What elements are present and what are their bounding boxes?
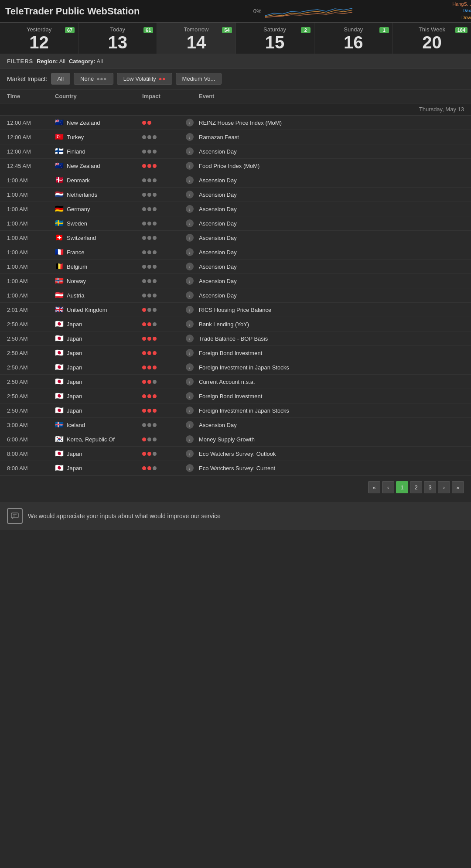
info-icon[interactable]: i <box>186 191 194 198</box>
page-last[interactable]: » <box>452 481 464 493</box>
table-row[interactable]: 6:00 AM 🇰🇷 Korea, Republic Of i Money Su… <box>0 432 471 447</box>
impact-dot <box>147 178 151 182</box>
feedback-bar[interactable]: We would appreciate your inputs about wh… <box>0 502 471 530</box>
info-icon[interactable]: i <box>186 205 194 213</box>
page-3[interactable]: 3 <box>424 481 436 493</box>
table-row[interactable]: 1:00 AM 🇳🇱 Netherlands i Ascension Day <box>0 188 471 202</box>
table-row[interactable]: 2:50 AM 🇯🇵 Japan i Current Account n.s.a… <box>0 375 471 389</box>
impact-btn-none[interactable]: None●●● <box>74 73 113 85</box>
table-row[interactable]: 8:00 AM 🇯🇵 Japan i Eco Watchers Survey: … <box>0 447 471 461</box>
dax-label: Dax <box>452 7 471 14</box>
impact-btn-all[interactable]: All <box>51 73 70 85</box>
table-row[interactable]: 12:00 AM 🇹🇷 Turkey i Ramazan Feast <box>0 130 471 144</box>
day-tab-yesterday[interactable]: Yesterday 12 67 <box>0 23 78 54</box>
country-name: Denmark <box>67 177 90 184</box>
col-impact: Impact <box>142 93 186 99</box>
impact-dot <box>153 394 157 398</box>
table-row[interactable]: 1:00 AM 🇩🇰 Denmark i Ascension Day <box>0 173 471 188</box>
table-row[interactable]: 1:00 AM 🇳🇴 Norway i Ascension Day <box>0 274 471 288</box>
table-row[interactable]: 1:00 AM 🇧🇪 Belgium i Ascension Day <box>0 260 471 274</box>
day-tab-today[interactable]: Today 13 61 <box>78 23 157 54</box>
category-filter[interactable]: Category: All <box>69 58 103 65</box>
info-icon[interactable]: i <box>186 306 194 314</box>
day-tab-badge: 54 <box>222 27 232 33</box>
info-icon[interactable]: i <box>186 263 194 270</box>
table-row[interactable]: 1:00 AM 🇫🇷 France i Ascension Day <box>0 245 471 260</box>
page-next[interactable]: › <box>438 481 450 493</box>
page-2[interactable]: 2 <box>410 481 422 493</box>
impact-btn-medium_vo...[interactable]: Medium Vo... <box>176 73 222 85</box>
region-value: All <box>59 58 65 65</box>
event-impact <box>142 121 186 125</box>
info-icon[interactable]: i <box>186 277 194 285</box>
country-flag: 🇯🇵 <box>55 393 64 400</box>
table-row[interactable]: 2:50 AM 🇯🇵 Japan i Foreign Bond Investme… <box>0 346 471 360</box>
day-tab-badge: 67 <box>65 27 75 33</box>
table-row[interactable]: 2:50 AM 🇯🇵 Japan i Foreign Investment in… <box>0 360 471 375</box>
info-icon[interactable]: i <box>186 363 194 371</box>
impact-dot <box>147 437 151 441</box>
table-row[interactable]: 1:00 AM 🇦🇹 Austria i Ascension Day <box>0 288 471 303</box>
info-icon[interactable]: i <box>186 349 194 357</box>
info-icon[interactable]: i <box>186 450 194 458</box>
table-row[interactable]: 8:00 AM 🇯🇵 Japan i Eco Watchers Survey: … <box>0 461 471 475</box>
event-time: 2:50 AM <box>7 379 55 385</box>
info-icon[interactable]: i <box>186 464 194 472</box>
day-tab-this-week[interactable]: This Week 20 184 <box>393 23 471 54</box>
day-tab-label: Sunday <box>344 26 363 33</box>
info-icon[interactable]: i <box>186 378 194 386</box>
impact-dot <box>153 135 157 139</box>
day-tab-sunday[interactable]: Sunday 16 1 <box>314 23 393 54</box>
country-flag: 🇯🇵 <box>55 349 64 356</box>
table-row[interactable]: 2:50 AM 🇯🇵 Japan i Foreign Bond Investme… <box>0 389 471 403</box>
day-tab-tomorrow[interactable]: Tomorrow 14 54 <box>157 23 236 54</box>
country-flag: 🇬🇧 <box>55 306 64 313</box>
impact-dot <box>142 279 146 283</box>
info-icon[interactable]: i <box>186 147 194 155</box>
impact-dot <box>153 279 157 283</box>
impact-dot <box>153 150 157 154</box>
table-row[interactable]: 12:00 AM 🇳🇿 New Zealand i REINZ House Pr… <box>0 116 471 130</box>
filters-bar: FILTERS Region: All Category: All <box>0 55 471 68</box>
table-row[interactable]: 2:50 AM 🇯🇵 Japan i Foreign Investment in… <box>0 403 471 418</box>
info-icon[interactable]: i <box>186 162 194 170</box>
impact-dot <box>142 466 146 470</box>
info-icon[interactable]: i <box>186 335 194 342</box>
info-icon[interactable]: i <box>186 133 194 141</box>
info-icon[interactable]: i <box>186 421 194 429</box>
table-row[interactable]: 12:45 AM 🇳🇿 New Zealand i Food Price Ind… <box>0 159 471 173</box>
info-icon[interactable]: i <box>186 234 194 242</box>
info-icon[interactable]: i <box>186 435 194 443</box>
page-prev[interactable]: ‹ <box>382 481 394 493</box>
page-1[interactable]: 1 <box>396 481 408 493</box>
impact-dot <box>142 193 146 197</box>
table-row[interactable]: 1:00 AM 🇩🇪 Germany i Ascension Day <box>0 202 471 216</box>
day-tab-saturday[interactable]: Saturday 15 2 <box>236 23 314 54</box>
info-icon[interactable]: i <box>186 219 194 227</box>
info-icon[interactable]: i <box>186 392 194 400</box>
table-row[interactable]: 1:00 AM 🇨🇭 Switzerland i Ascension Day <box>0 231 471 245</box>
info-icon[interactable]: i <box>186 291 194 299</box>
logo: TeleTrader Public WebStation <box>5 6 140 17</box>
event-time: 12:00 AM <box>7 134 55 140</box>
table-row[interactable]: 2:01 AM 🇬🇧 United Kingdom i RICS Housing… <box>0 303 471 317</box>
table-row[interactable]: 12:00 AM 🇫🇮 Finland i Ascension Day <box>0 144 471 159</box>
impact-dot <box>147 322 151 326</box>
table-row[interactable]: 2:50 AM 🇯🇵 Japan i Bank Lending (YoY) <box>0 317 471 331</box>
table-row[interactable]: 3:00 AM 🇮🇸 Iceland i Ascension Day <box>0 418 471 432</box>
impact-dot <box>142 437 146 441</box>
info-icon[interactable]: i <box>186 119 194 126</box>
event-country: 🇯🇵 Japan <box>55 349 142 356</box>
event-impact <box>142 452 186 456</box>
table-row[interactable]: 2:50 AM 🇯🇵 Japan i Trade Balance - BOP B… <box>0 331 471 346</box>
impact-btn-low_volatility[interactable]: Low Volatility●● <box>117 73 172 85</box>
page-first[interactable]: « <box>368 481 380 493</box>
region-filter[interactable]: Region: All <box>37 58 65 65</box>
info-icon[interactable]: i <box>186 320 194 328</box>
info-icon[interactable]: i <box>186 248 194 256</box>
info-icon[interactable]: i <box>186 176 194 184</box>
impact-dot <box>153 178 157 182</box>
info-icon[interactable]: i <box>186 407 194 414</box>
impact-dot <box>142 366 146 369</box>
table-row[interactable]: 1:00 AM 🇸🇪 Sweden i Ascension Day <box>0 216 471 231</box>
